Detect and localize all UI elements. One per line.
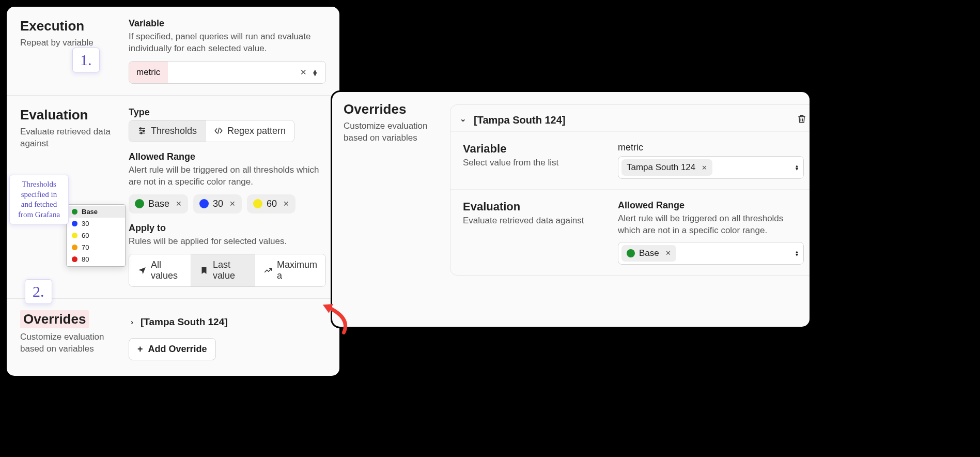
overrides-panel-title: Overrides [344,101,442,117]
apply-to-desc: Rules will be applied for selected value… [129,236,326,248]
threshold-option-80[interactable]: 80 [67,253,125,265]
callout-step-2: 2. [25,279,52,304]
overrides-panel-right: Overrides Customize evaluation based on … [331,90,811,328]
execution-subtitle: Repeat by variable [20,37,118,49]
chevron-updown-icon[interactable] [310,69,320,75]
overrides-subtitle: Customize evaluation based on variables [20,331,118,355]
card-variable-title: Variable [463,142,602,156]
type-segmented: Thresholds Regex pattern [129,120,294,142]
chart-icon [263,266,273,275]
threshold-option-60[interactable]: 60 [67,230,125,241]
type-regex-label: Regex pattern [227,126,286,136]
range-pill-label: 60 [267,199,277,209]
dot-icon [72,209,77,215]
chevron-down-icon [460,116,466,125]
variable-label: Variable [129,18,326,29]
card-allowed-range-chip-label: Base [639,248,659,258]
card-allowed-range-chip: Base [621,245,676,262]
card-variable-field-label: metric [618,142,804,153]
section-execution: Execution Repeat by variable Variable If… [7,7,339,96]
range-pill-base[interactable]: Base [129,194,188,214]
apply-last-label: Last value [213,260,246,281]
svg-point-4 [143,130,145,132]
chevron-updown-icon[interactable] [796,164,798,171]
threshold-option-70[interactable]: 70 [67,241,125,253]
range-pill-label: Base [148,199,169,209]
callout-thresholds-note: Thresholds specified in and fetched from… [9,175,69,224]
execution-title: Execution [20,18,118,34]
card-section-variable: Variable Select value from the list metr… [450,131,811,189]
dot-icon [199,199,209,208]
threshold-dropdown-menu[interactable]: Base 30 60 70 80 [66,204,126,267]
apply-max-label: Maximum a [277,260,317,281]
trash-icon[interactable] [797,113,807,127]
variable-value-chip: metric [129,62,168,83]
type-regex-button[interactable]: Regex pattern [206,120,294,142]
evaluation-subtitle: Evaluate retrieved data against [20,126,118,150]
threshold-option-label: 70 [82,243,89,251]
section-overrides: Overrides Customize evaluation based on … [7,299,339,372]
svg-line-6 [218,128,220,134]
apply-last-button[interactable]: Last value [191,254,255,286]
allowed-range-label: Allowed Range [129,151,326,162]
chevron-updown-icon[interactable] [796,250,798,256]
close-icon[interactable] [229,200,236,208]
variable-desc: If specified, panel queries will run and… [129,31,326,55]
threshold-option-label: 60 [82,232,89,239]
apply-to-segmented: All values Last value Maximum a [129,254,326,287]
overrides-title-text: Overrides [20,310,89,328]
callout-step-1: 1. [72,48,100,72]
dot-icon [72,233,77,238]
threshold-option-30[interactable]: 30 [67,218,125,230]
card-evaluation-subtitle: Evaluate retrieved data against [463,216,602,226]
clear-icon[interactable] [297,68,310,77]
type-thresholds-button[interactable]: Thresholds [129,120,206,142]
dot-icon [627,249,635,257]
card-variable-chip-label: Tampa South 124 [627,162,695,173]
evaluation-title: Evaluation [20,107,118,123]
allowed-range-pills: Base 30 60 [129,194,326,214]
threshold-option-label: Base [82,208,98,216]
close-icon[interactable] [702,164,707,172]
allowed-range-desc: Alert rule will be triggered on all thre… [129,164,326,188]
apply-all-button[interactable]: All values [129,254,191,286]
override-card-header[interactable]: [Tampa South 124] [460,114,565,126]
range-pill-60[interactable]: 60 [247,194,295,214]
apply-to-label: Apply to [129,223,326,234]
range-pill-30[interactable]: 30 [193,194,242,214]
variable-select[interactable]: metric [129,61,326,84]
svg-point-3 [140,128,142,129]
threshold-option-label: 80 [82,255,89,263]
dot-icon [135,199,144,208]
overrides-panel-subtitle: Customize evaluation based on variables [344,120,442,144]
card-allowed-range-select[interactable]: Base [618,242,804,265]
dot-icon [72,245,77,250]
override-card: [Tampa South 124] Variable Select value … [450,104,811,276]
close-icon[interactable] [176,200,182,208]
type-thresholds-label: Thresholds [151,126,197,136]
close-icon[interactable] [665,249,671,257]
sliders-icon [137,126,147,135]
dot-icon [72,221,77,226]
card-allowed-range-desc: Alert rule will be triggered on all thre… [618,213,804,237]
add-override-button[interactable]: Add Override [129,338,216,360]
close-icon[interactable] [283,200,289,208]
plus-icon [137,344,143,355]
threshold-option-base[interactable]: Base [67,206,125,218]
card-variable-chip: Tampa South 124 [621,159,712,176]
apply-max-button[interactable]: Maximum a [255,254,325,286]
code-icon [214,126,223,135]
override-card-title: [Tampa South 124] [474,114,565,126]
card-variable-subtitle: Select value from the list [463,158,602,168]
bookmark-icon [199,266,209,275]
overrides-title: Overrides [20,310,118,328]
chevron-right-icon [131,317,133,326]
card-evaluation-title: Evaluation [463,200,602,214]
add-override-label: Add Override [148,344,207,355]
dot-icon [253,199,262,208]
card-variable-select[interactable]: Tampa South 124 [618,156,804,179]
apply-all-label: All values [151,260,182,281]
override-item-collapsed[interactable]: [Tampa South 124] [129,310,326,334]
card-section-evaluation: Evaluation Evaluate retrieved data again… [450,189,811,275]
range-pill-label: 30 [213,199,223,209]
